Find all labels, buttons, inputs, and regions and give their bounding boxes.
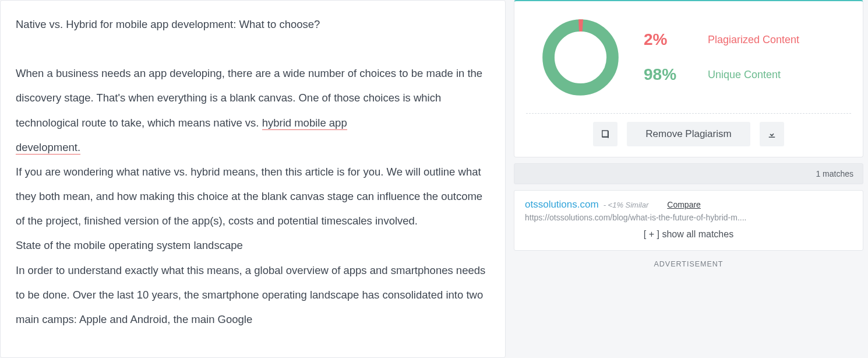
book-icon — [600, 129, 611, 139]
plagiarized-span-1: hybrid mobile app — [262, 117, 347, 130]
matches-count-bar: 1 matches — [514, 163, 863, 184]
content-panel: Native vs. Hybrid for mobile app develop… — [0, 0, 506, 358]
article-title: Native vs. Hybrid for mobile app develop… — [16, 12, 490, 37]
unique-pct: 98% — [644, 65, 708, 84]
paragraph-3: State of the mobile operating system lan… — [16, 233, 490, 258]
view-report-button[interactable] — [593, 122, 618, 146]
sidebar: 2% Plagiarized Content 98% Unique Conten… — [514, 0, 868, 358]
compare-link[interactable]: Compare — [667, 200, 701, 209]
advertisement-label: ADVERTISEMENT — [514, 257, 863, 272]
matches-count: 1 matches — [816, 169, 853, 178]
donut-chart-wrap — [531, 10, 630, 104]
divider — [526, 113, 851, 114]
stat-unique: 98% Unique Content — [644, 65, 852, 84]
summary-top: 2% Plagiarized Content 98% Unique Conten… — [519, 9, 858, 113]
plagiarized-span-2: development. — [16, 141, 80, 155]
paragraph-1-text: When a business needs an app developing,… — [16, 67, 482, 128]
paragraph-1: When a business needs an app developing,… — [16, 61, 490, 160]
stats-block: 2% Plagiarized Content 98% Unique Conten… — [630, 30, 852, 84]
remove-plagiarism-button[interactable]: Remove Plagiarism — [627, 122, 750, 146]
match-line1: otssolutions.com - <1% Similar Compare — [525, 199, 852, 210]
unique-label: Unique Content — [708, 68, 781, 82]
summary-card: 2% Plagiarized Content 98% Unique Conten… — [514, 0, 863, 157]
download-icon — [767, 129, 777, 139]
svg-point-0 — [548, 25, 612, 89]
stat-plagiarized: 2% Plagiarized Content — [644, 30, 852, 49]
match-url: https://otssolutions.com/blog/what-is-th… — [525, 213, 852, 222]
actions-row: Remove Plagiarism — [519, 122, 858, 146]
plagiarized-pct: 2% — [644, 30, 708, 49]
download-button[interactable] — [760, 122, 784, 146]
plagiarized-label: Plagiarized Content — [708, 33, 799, 47]
paragraph-4: In order to understand exactly what this… — [16, 258, 490, 332]
match-domain[interactable]: otssolutions.com — [525, 199, 599, 210]
paragraph-2: If you are wondering what native vs. hyb… — [16, 160, 490, 234]
show-all-matches[interactable]: [ + ] show all matches — [525, 222, 852, 242]
match-similarity: - <1% Similar — [604, 201, 649, 209]
match-card: otssolutions.com - <1% Similar Compare h… — [514, 190, 863, 251]
donut-chart — [538, 15, 623, 100]
